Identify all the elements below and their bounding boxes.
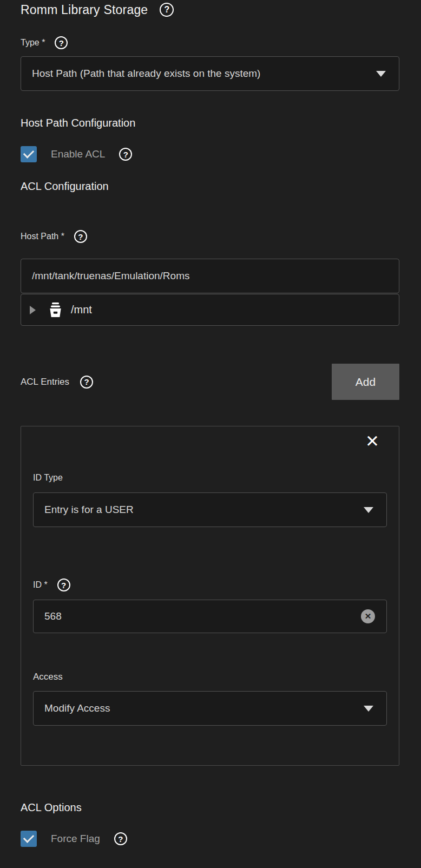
- close-icon[interactable]: ✕: [365, 433, 379, 450]
- acl-options-heading: ACL Options: [21, 801, 399, 814]
- type-label-row: Type * ?: [21, 36, 399, 50]
- force-flag-row: Force Flag ?: [21, 830, 399, 847]
- help-icon[interactable]: ?: [57, 578, 70, 591]
- type-select[interactable]: Host Path (Path that already exists on t…: [21, 56, 399, 91]
- type-select-value: Host Path (Path that already exists on t…: [32, 68, 260, 80]
- help-icon[interactable]: ?: [114, 832, 127, 845]
- entry-card-close-row: ✕: [33, 433, 387, 450]
- host-path-input[interactable]: [21, 259, 399, 293]
- acl-entries-label: ACL Entries: [21, 377, 69, 387]
- clear-input-icon[interactable]: ✕: [361, 609, 375, 623]
- chevron-down-icon: [376, 71, 386, 77]
- help-icon[interactable]: ?: [160, 3, 174, 17]
- host-path-label-row: Host Path * ?: [21, 229, 399, 244]
- id-input[interactable]: [33, 600, 387, 633]
- page-title-row: Romm Library Storage ?: [21, 2, 399, 17]
- acl-entries-header-row: ACL Entries ? Add: [21, 364, 399, 400]
- host-path-label: Host Path *: [21, 232, 64, 241]
- help-icon[interactable]: ?: [119, 148, 132, 161]
- acl-config-heading: ACL Configuration: [21, 180, 399, 193]
- access-label: Access: [33, 672, 387, 683]
- id-input-wrap: ✕: [33, 600, 387, 633]
- page-title: Romm Library Storage: [21, 3, 148, 17]
- help-icon[interactable]: ?: [74, 230, 87, 243]
- enable-acl-row: Enable ACL ?: [21, 146, 399, 163]
- acl-entry-card: ✕ ID Type Entry is for a USER ID * ? ✕ A…: [21, 426, 399, 766]
- help-icon[interactable]: ?: [55, 36, 68, 49]
- access-select-value: Modify Access: [44, 702, 110, 714]
- chevron-down-icon: [364, 507, 373, 513]
- force-flag-checkbox[interactable]: [21, 831, 37, 847]
- chevron-down-icon: [364, 706, 373, 712]
- expand-arrow-icon[interactable]: [30, 306, 36, 314]
- force-flag-label: Force Flag: [51, 833, 100, 845]
- host-path-config-heading: Host Path Configuration: [21, 117, 399, 129]
- type-label: Type *: [21, 38, 45, 48]
- id-type-label: ID Type: [33, 473, 387, 485]
- id-type-select-value: Entry is for a USER: [44, 504, 134, 516]
- access-select[interactable]: Modify Access: [33, 691, 387, 726]
- dataset-icon: [47, 301, 64, 319]
- enable-acl-label: Enable ACL: [51, 148, 105, 160]
- host-path-tree-row[interactable]: /mnt: [21, 294, 399, 326]
- id-label-row: ID * ?: [33, 578, 387, 592]
- app-storage-config-page: Romm Library Storage ? Type * ? Host Pat…: [0, 0, 421, 847]
- help-icon[interactable]: ?: [80, 376, 93, 389]
- acl-entries-label-group: ACL Entries ?: [21, 376, 93, 389]
- id-type-select[interactable]: Entry is for a USER: [33, 492, 387, 527]
- tree-node-label: /mnt: [71, 304, 92, 316]
- id-label: ID *: [33, 580, 48, 590]
- add-entry-button[interactable]: Add: [332, 364, 399, 400]
- enable-acl-checkbox[interactable]: [21, 146, 37, 162]
